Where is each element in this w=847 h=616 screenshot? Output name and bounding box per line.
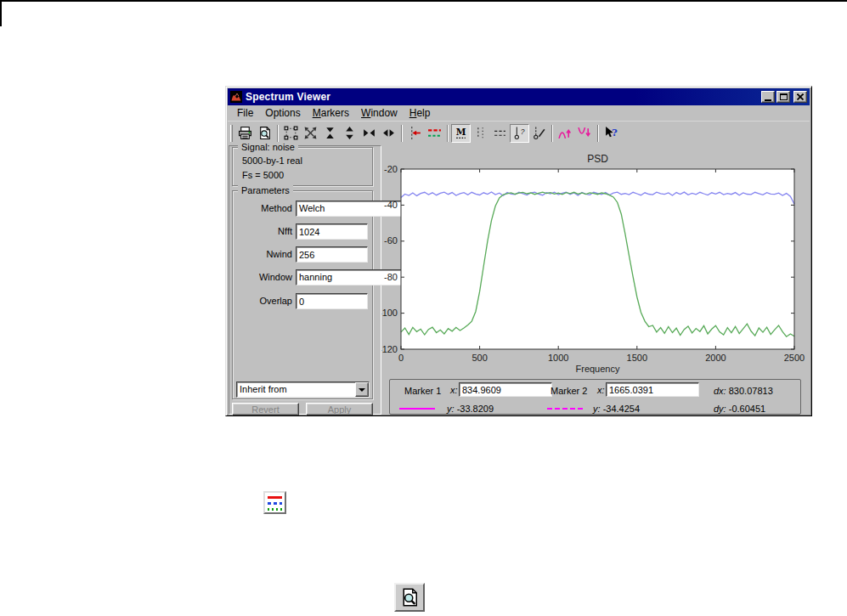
plot-title: PSD [587,153,608,165]
toolbar-separator [597,125,599,142]
marker1-line-swatch [399,408,435,410]
y-tick-label: -80 [384,272,398,282]
toolbar-separator [277,125,279,142]
svg-text:?: ? [612,127,618,138]
vertical-markers-button[interactable] [471,124,490,143]
nwind-label: Nwind [233,249,292,259]
print-preview-button[interactable] [255,124,274,143]
marker2-y-readout: y: -34.4254 [593,404,640,414]
y-tick-label: -100 [381,308,398,318]
valleys-icon [578,126,592,140]
menu-file[interactable]: File [231,105,259,121]
minimize-icon [765,99,771,101]
toolbar-separator [447,125,449,142]
full-view-icon [303,126,318,140]
marker2-line-swatch [547,408,583,410]
x-tick-label: 2000 [705,353,726,363]
zoom-out-y-button[interactable] [340,124,359,143]
zoom-in-y-button[interactable] [320,124,340,143]
inherit-from-dropdown-button[interactable] [355,382,369,397]
line-style-doc-icon [263,491,286,514]
zoom-out-x-button[interactable] [379,124,398,143]
nfft-input[interactable] [296,223,368,240]
print-preview-icon [399,587,420,608]
marker-panel: Marker 1 x: Marker 2 x: dx: 830.07813 y:… [389,379,801,415]
plot-background [401,169,794,349]
line-style-button[interactable] [425,124,444,143]
toolbar: M ? [228,122,810,144]
print-button[interactable] [235,124,255,143]
page-left-rule [0,0,2,26]
find-valleys-button[interactable] [575,124,595,143]
horizontal-markers-button[interactable] [490,124,510,143]
apply-button[interactable]: Apply [306,403,373,415]
parameters-group-label: Parameters [238,185,293,195]
menu-options[interactable]: Options [259,105,306,121]
inherit-from-value: Inherit from [240,384,287,394]
svg-text:?: ? [521,127,525,136]
whats-this-help-button[interactable]: ? [601,124,621,143]
overlap-label: Overlap [233,296,292,306]
zoom-in-x-button[interactable] [359,124,379,143]
menu-help[interactable]: Help [404,105,437,121]
select-trace-button[interactable] [405,124,425,143]
menu-window[interactable]: Window [355,105,404,121]
red-solid-line-icon [268,496,282,499]
window-title: Spectrum Viewer [246,91,330,103]
inherit-from-dropdown[interactable]: Inherit from [236,381,370,398]
dx-readout: dx: 830.07813 [714,386,773,396]
markers-toggle-button[interactable]: M [451,124,471,143]
blue-dashed-line-icon [268,502,282,505]
chevron-down-icon [359,388,365,392]
maximize-button[interactable] [776,91,790,103]
psd-plot-svg: 05001000150020002500-20-40-60-80-100-120… [381,145,810,376]
track-marker-button[interactable]: ? [510,124,529,143]
zoom-out-x-icon [381,126,396,140]
track-marker-icon: ? [512,126,527,140]
signal-size-text: 5000-by-1 real [242,155,302,166]
revert-button[interactable]: Revert [232,403,299,415]
overlap-input[interactable] [296,293,368,309]
full-view-button[interactable] [301,124,320,143]
parameters-groupbox: Parameters Method Welch Nfft Nwind Windo… [232,190,373,399]
minimize-button[interactable] [761,91,775,103]
zoom-in-x-icon [362,126,376,140]
marker2-x-input[interactable] [606,382,699,397]
toolbar-separator [551,125,553,142]
x-axis-label: Frequency [576,364,620,374]
title-bar[interactable]: Spectrum Viewer [228,88,810,105]
marker2-label: Marker 2 [551,386,587,396]
toolbar-grip[interactable] [230,125,233,142]
menu-markers[interactable]: Markers [307,105,355,121]
vertical-markers-icon [473,126,488,140]
find-peaks-button[interactable] [556,124,575,143]
print-preview-doc-icon [394,583,425,612]
marker1-label: Marker 1 [404,386,441,396]
page-top-rule [0,0,847,2]
select-trace-icon [408,126,422,140]
maximize-icon [780,93,788,100]
zoom-rect-icon [284,126,298,140]
x-tick-label: 0 [398,353,404,363]
markers-toggle-icon: M [454,126,468,140]
slope-marker-icon [532,126,546,140]
x-tick-label: 1500 [627,353,647,363]
x-tick-label: 2500 [784,353,805,363]
zoom-button[interactable] [281,124,301,143]
close-button[interactable] [793,91,807,103]
marker1-x-input[interactable] [459,382,552,397]
signal-groupbox: Signal: noise 5000-by-1 real Fs = 5000 [232,147,373,186]
toolbar-separator [401,125,403,142]
window-label: Window [233,272,292,282]
slope-marker-button[interactable] [529,124,549,143]
close-icon [797,93,804,100]
print-icon [238,126,252,140]
x-tick-label: 1000 [548,353,568,363]
print-preview-icon [257,126,272,140]
method-value: Welch [299,203,325,213]
window-value: hanning [299,272,332,282]
y-tick-label: -40 [384,200,398,210]
nwind-input[interactable] [296,246,368,263]
spectrum-viewer-window: Spectrum Viewer FileOptionsMarkersWindow… [225,86,812,416]
y-tick-label: -120 [381,344,398,354]
